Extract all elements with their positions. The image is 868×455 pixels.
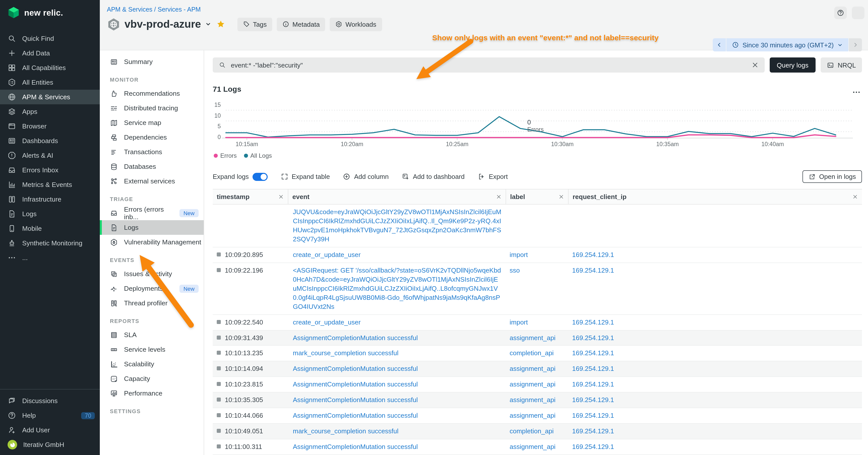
log-label-link[interactable]: assignment_api [509,365,556,372]
log-event-link[interactable]: AssignmentCompletionMutation successful [293,365,418,372]
export-button[interactable]: Export [478,173,508,181]
gnav-item-mobile[interactable]: Mobile [0,221,100,236]
add-column-button[interactable]: Add column [343,173,389,181]
log-row[interactable]: 10:09:22.540create_or_update_userimport1… [213,315,862,330]
subnav-item-recommendations[interactable]: Recommendations [100,86,204,101]
log-event-link[interactable]: create_or_update_user [293,251,361,259]
log-event-link[interactable]: AssignmentCompletionMutation successful [293,396,418,404]
log-event-link[interactable]: JUQVU&code=eyJraWQiOiJjcGltY29yZV8wOTl1M… [293,208,501,243]
subnav-item-external-services[interactable]: External services [100,174,204,189]
log-ip-link[interactable]: 169.254.129.1 [572,251,614,259]
log-row[interactable]: JUQVU&code=eyJraWQiOiJjcGltY29yZV8wOTl1M… [213,204,862,248]
subnav-item-deployments[interactable]: DeploymentsNew [100,281,204,296]
subnav-item-service-map[interactable]: Service map [100,116,204,130]
subnav-item-capacity[interactable]: Capacity [100,371,204,386]
breadcrumb-apm-services[interactable]: APM & Services [107,6,153,13]
remove-column-request-client-ip-button[interactable] [852,194,858,199]
subnav-item-summary[interactable]: Summary [100,55,204,69]
log-ip-link[interactable]: 169.254.129.1 [572,350,614,357]
gnav-item-logs[interactable]: Logs [0,206,100,221]
log-ip-link[interactable]: 169.254.129.1 [572,427,614,435]
gnav-item-browser[interactable]: Browser [0,119,100,133]
log-event-link[interactable]: AssignmentCompletionMutation successful [293,443,418,451]
log-ip-link[interactable]: 169.254.129.1 [572,381,614,388]
log-label-link[interactable]: sso [509,266,520,274]
panel-menu-icon[interactable] [852,88,861,97]
gnav-item-quick-find[interactable]: Quick Find [0,31,100,46]
legend-all-logs[interactable]: All Logs [244,152,272,159]
tags-button[interactable]: Tags [237,18,272,31]
subnav-item-vulnerability-management[interactable]: Vulnerability Management [100,235,204,250]
add-to-dashboard-button[interactable]: Add to dashboard [402,173,465,181]
log-label-link[interactable]: import [509,318,528,326]
workloads-button[interactable]: Workloads [330,18,382,31]
gnav-item-more[interactable]: ... [0,251,100,265]
log-event-link[interactable]: AssignmentCompletionMutation successful [293,334,418,342]
subnav-item-performance[interactable]: Performance [100,386,204,400]
log-label-link[interactable]: completion_api [509,350,554,357]
time-back-button[interactable] [713,38,726,52]
log-row[interactable]: 10:10:14.094AssignmentCompletionMutation… [213,361,862,377]
favorite-star-icon[interactable] [216,20,225,29]
legend-errors[interactable]: Errors [214,152,237,159]
log-event-link[interactable]: AssignmentCompletionMutation successful [293,412,418,419]
expand-logs-toggle[interactable]: Expand logs [213,172,268,181]
log-row[interactable]: 10:10:23.815AssignmentCompletionMutation… [213,377,862,393]
gnav-item-synthetic-monitoring[interactable]: Synthetic Monitoring [0,236,100,251]
log-row[interactable]: 10:10:49.051mark_course_completion succe… [213,424,862,440]
log-label-link[interactable]: import [509,251,528,259]
subnav-item-issues-activity[interactable]: Issues & activity [100,266,204,281]
log-event-link[interactable]: mark_course_completion successful [293,427,399,435]
gnav-item-add-data[interactable]: Add Data [0,46,100,61]
subnav-item-databases[interactable]: Databases [100,159,204,174]
gnav-footer-help[interactable]: Help70 [0,408,100,423]
log-event-link[interactable]: AssignmentCompletionMutation successful [293,381,418,388]
gnav-footer-add-user[interactable]: Add User [0,423,100,437]
log-ip-link[interactable]: 169.254.129.1 [572,266,614,274]
subnav-item-scalability[interactable]: Scalability [100,357,204,371]
remove-column-event-button[interactable] [496,194,501,199]
subnav-item-transactions[interactable]: Transactions [100,144,204,159]
log-row[interactable]: 10:09:20.895create_or_update_userimport1… [213,248,862,263]
expand-table-button[interactable]: Expand table [280,173,330,181]
gnav-item-apm-services[interactable]: APM & Services [0,90,100,104]
log-row[interactable]: 10:10:13.235mark_course_completion succe… [213,346,862,361]
log-row[interactable]: 10:10:44.066AssignmentCompletionMutation… [213,408,862,424]
metadata-button[interactable]: Metadata [277,18,325,31]
expand-logs-switch[interactable] [252,172,268,181]
gnav-item-infrastructure[interactable]: Infrastructure [0,192,100,206]
gnav-item-all-capabilities[interactable]: All Capabilities [0,61,100,75]
subnav-item-thread-profiler[interactable]: Thread profiler [100,296,204,311]
subnav-item-errors-errors-inb[interactable]: Errors (errors inb...New [100,205,204,220]
log-ip-link[interactable]: 169.254.129.1 [572,443,614,451]
nrql-button[interactable]: NRQL [820,58,862,72]
log-row[interactable]: 10:09:22.196<ASGIRequest: GET '/sso/call… [213,263,862,315]
gnav-item-metrics-events[interactable]: Metrics & Events [0,177,100,192]
log-row[interactable]: 10:10:35.305AssignmentCompletionMutation… [213,393,862,409]
log-query-input[interactable] [230,61,747,69]
log-label-link[interactable]: assignment_api [509,396,556,404]
log-row[interactable]: 10:09:31.439AssignmentCompletionMutation… [213,330,862,346]
log-event-link[interactable]: mark_course_completion successful [293,350,399,357]
log-ip-link[interactable]: 169.254.129.1 [572,396,614,404]
remove-column-label-button[interactable] [558,194,564,199]
log-ip-link[interactable]: 169.254.129.1 [572,365,614,372]
log-ip-link[interactable]: 169.254.129.1 [572,334,614,342]
breadcrumb-services-apm[interactable]: Services - APM [158,6,201,13]
log-label-link[interactable]: assignment_api [509,412,556,419]
subnav-item-sla[interactable]: SLA [100,327,204,342]
time-forward-button[interactable] [849,38,862,52]
gnav-item-dashboards[interactable]: Dashboards [0,133,100,148]
remove-column-timestamp-button[interactable] [278,194,284,199]
clear-query-icon[interactable] [751,62,758,68]
subnav-item-dependencies[interactable]: Dependencies [100,130,204,144]
gnav-footer-iterativ-gmbh[interactable]: Iterativ GmbH [0,437,100,452]
entity-dropdown-caret-icon[interactable] [205,21,211,27]
help-button[interactable] [834,6,847,19]
gnav-footer-discussions[interactable]: Discussions [0,393,100,408]
gnav-item-apps[interactable]: Apps [0,104,100,119]
gnav-item-alerts-ai[interactable]: Alerts & AI [0,148,100,163]
new-relic-logo[interactable]: new relic. [0,0,100,19]
log-label-link[interactable]: completion_api [509,427,554,435]
subnav-item-logs[interactable]: Logs [100,220,204,235]
